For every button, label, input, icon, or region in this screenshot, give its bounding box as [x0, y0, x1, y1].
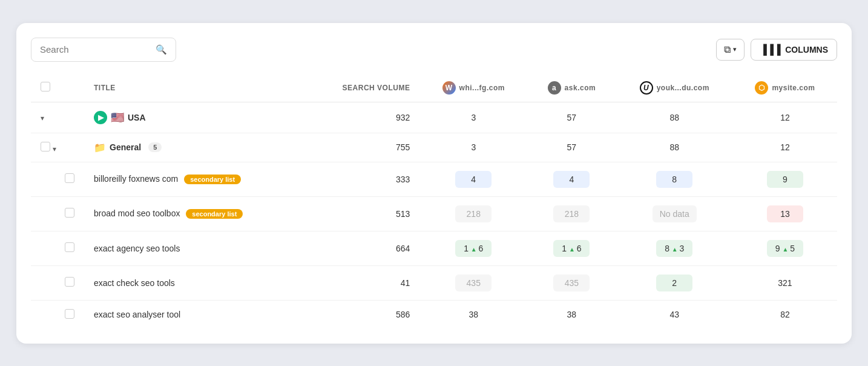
- select-all-checkbox[interactable]: [41, 82, 50, 92]
- row-broad-check: [31, 196, 84, 231]
- row-billoreilly-mysite: 9: [733, 162, 837, 196]
- folder-icon: 📁: [94, 142, 106, 153]
- row-exact-agency-mysite: 9 ▲ 5: [733, 231, 837, 265]
- header-whi: W whi...fg.com: [419, 74, 527, 102]
- main-container: 🔍 ⧉ ▾ ▐▐▐ COLUMNS TITLE SE: [16, 23, 852, 344]
- group-usa-ask: 57: [527, 102, 616, 133]
- broad-checkbox[interactable]: [65, 208, 74, 218]
- subgroup-general-youk: 88: [616, 133, 733, 162]
- subgroup-row-general: ▾ 📁 General 5 755 3 57: [31, 133, 837, 162]
- search-input[interactable]: [40, 44, 151, 55]
- chevron-down-icon[interactable]: ▾: [41, 114, 44, 122]
- subgroup-general-title-cell: 📁 General 5: [84, 133, 306, 162]
- exact-agency-checkbox[interactable]: [65, 242, 74, 252]
- exact-check-checkbox[interactable]: [65, 277, 74, 287]
- header-ask: a ask.com: [527, 74, 616, 102]
- header-youk: U youk...du.com: [616, 74, 733, 102]
- row-billoreilly-title: billoreilly foxnews com secondary list: [84, 162, 306, 196]
- table-row: exact seo analyser tool 586 38 38 43 82: [31, 300, 837, 329]
- row-broad-sv: 513: [306, 196, 420, 231]
- row-exact-seo-youk: 43: [616, 300, 733, 329]
- row-exact-check-cell: [31, 265, 84, 300]
- row-exact-agency-youk: 8 ▲ 3: [616, 231, 733, 265]
- row-billoreilly-youk: 8: [616, 162, 733, 196]
- subgroup-general-label: General: [110, 142, 141, 152]
- dropdown-icon: ▾: [733, 45, 737, 53]
- row-exact-seo-check: [31, 300, 84, 329]
- row-broad-title: broad mod seo toolbox secondary list: [84, 196, 306, 231]
- row-broad-whi: 218: [419, 196, 527, 231]
- group-usa-title-cell: ▶ 🇺🇸 USA: [84, 102, 306, 133]
- subgroup-general-whi: 3: [419, 133, 527, 162]
- row-broad-ask: 218: [527, 196, 616, 231]
- up-arrow-icon: ▲: [471, 246, 479, 253]
- columns-button[interactable]: ▐▐▐ COLUMNS: [751, 39, 837, 61]
- billoreilly-checkbox[interactable]: [65, 173, 74, 183]
- exact-seo-checkbox[interactable]: [65, 309, 74, 319]
- row-exact-agency-whi: 1 ▲ 6: [419, 231, 527, 265]
- row-exact-agency-title: exact agency seo tools: [84, 231, 306, 265]
- group-usa-sv: 932: [306, 102, 420, 133]
- row-exact-seo-whi: 38: [419, 300, 527, 329]
- table-row: broad mod seo toolbox secondary list 513…: [31, 196, 837, 231]
- subgroup-general-ask: 57: [527, 133, 616, 162]
- main-table: TITLE SEARCH VOLUME W whi...fg.com a ask…: [31, 74, 837, 329]
- row-billoreilly-whi: 4: [419, 162, 527, 196]
- header-checkbox-cell: [31, 74, 84, 102]
- row-broad-mysite: 13: [733, 196, 837, 231]
- youk-icon: U: [640, 81, 653, 95]
- header-search-volume: SEARCH VOLUME: [306, 74, 420, 102]
- row-exact-agency-ask: 1 ▲ 6: [527, 231, 616, 265]
- row-exact-agency-sv: 664: [306, 231, 420, 265]
- general-count-badge: 5: [148, 142, 162, 152]
- usa-flag-icon: 🇺🇸: [111, 111, 124, 124]
- subgroup-general-sv: 755: [306, 133, 420, 162]
- columns-icon: ▐▐▐: [760, 44, 780, 55]
- up-arrow-icon: ▲: [783, 246, 791, 253]
- row-broad-youk: No data: [616, 196, 733, 231]
- group-row-usa: ▾ ▶ 🇺🇸 USA 932 3 57: [31, 102, 837, 133]
- row-exact-check-title: exact check seo tools: [84, 265, 306, 300]
- table-row: billoreilly foxnews com secondary list 3…: [31, 162, 837, 196]
- group-usa-chevron-cell: ▾: [31, 102, 84, 133]
- group-usa-mysite: 12: [733, 102, 837, 133]
- table-row: exact agency seo tools 664 1 ▲ 6 1 ▲: [31, 231, 837, 265]
- general-chevron-icon[interactable]: ▾: [53, 145, 56, 153]
- row-exact-check-sv: 41: [306, 265, 420, 300]
- row-exact-check-whi: 435: [419, 265, 527, 300]
- row-exact-seo-sv: 586: [306, 300, 420, 329]
- row-billoreilly-ask: 4: [527, 162, 616, 196]
- table-header-row: TITLE SEARCH VOLUME W whi...fg.com a ask…: [31, 74, 837, 102]
- up-arrow-icon: ▲: [569, 246, 577, 253]
- subgroup-general-mysite: 12: [733, 133, 837, 162]
- toolbar: 🔍 ⧉ ▾ ▐▐▐ COLUMNS: [31, 38, 837, 62]
- columns-label: COLUMNS: [785, 45, 828, 55]
- secondary-list-badge-2: secondary list: [186, 209, 243, 219]
- group-usa-youk: 88: [616, 102, 733, 133]
- whi-icon: W: [442, 81, 456, 95]
- group-usa-label: USA: [128, 113, 146, 122]
- up-arrow-icon: ▲: [672, 246, 680, 253]
- search-box[interactable]: 🔍: [31, 38, 176, 62]
- toolbar-right: ⧉ ▾ ▐▐▐ COLUMNS: [716, 39, 837, 61]
- copy-icon-button[interactable]: ⧉ ▾: [716, 39, 745, 61]
- copy-icon: ⧉: [724, 44, 731, 55]
- row-exact-seo-ask: 38: [527, 300, 616, 329]
- header-title: TITLE: [84, 74, 306, 102]
- ask-icon: a: [548, 81, 561, 95]
- general-checkbox[interactable]: [41, 142, 50, 151]
- search-icon: 🔍: [156, 44, 167, 55]
- boo-icon: ▶: [94, 111, 107, 124]
- group-usa-whi: 3: [419, 102, 527, 133]
- row-exact-seo-title: exact seo analyser tool: [84, 300, 306, 329]
- table-row: exact check seo tools 41 435 435 2 321: [31, 265, 837, 300]
- row-exact-check-youk: 2: [616, 265, 733, 300]
- header-mysite: ⬡ mysite.com: [733, 74, 837, 102]
- row-billoreilly-check: [31, 162, 84, 196]
- row-billoreilly-sv: 333: [306, 162, 420, 196]
- secondary-list-badge: secondary list: [184, 175, 241, 184]
- subgroup-general-check-cell: ▾: [31, 133, 84, 162]
- row-exact-seo-mysite: 82: [733, 300, 837, 329]
- mysite-icon: ⬡: [755, 81, 768, 95]
- row-exact-agency-check: [31, 231, 84, 265]
